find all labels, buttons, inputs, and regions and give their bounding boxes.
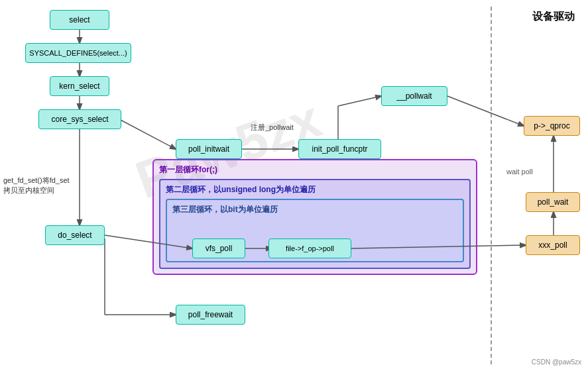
box-kern-select: kern_select [50, 76, 109, 96]
annotation-zhu-pollwait: 注册_pollwait [251, 123, 294, 132]
box-poll-wait: poll_wait [526, 192, 580, 212]
box-syscall: SYSCALL_DEFINE5(select...) [25, 43, 131, 63]
box-poll-freewait: poll_freewait [176, 305, 245, 325]
svg-line-4 [119, 119, 176, 149]
svg-line-8 [447, 96, 524, 126]
annotation-wait-poll: wait poll [506, 168, 533, 176]
loop-middle-label: 第二层循环，以unsigned long为单位遍历 [166, 184, 316, 195]
loop-outer-label: 第一层循环for(;) [159, 164, 217, 176]
svg-line-7 [338, 96, 381, 106]
page-title: 设备驱动 [532, 10, 575, 24]
box-do-select: do_select [45, 225, 105, 245]
loop-inner-label: 第三层循环，以bit为单位遍历 [172, 204, 278, 215]
box-xxx-poll: xxx_poll [526, 235, 580, 255]
box-pollwait: __pollwait [381, 86, 447, 106]
box-p-qproc: p->_qproc [524, 116, 580, 136]
divider [491, 7, 492, 364]
box-init-poll-funcptr: init_poll_funcptr [298, 139, 381, 159]
box-file-fop-poll: file->f_op->poll [268, 238, 351, 258]
box-core-sys-select: core_sys_select [38, 109, 121, 129]
box-select: select [50, 10, 109, 30]
box-poll-initwait: poll_initwait [176, 139, 242, 159]
main-container: Paw5zx 设备驱动 第一层循环for(;) 第二层循环，以unsigned … [0, 0, 588, 371]
annotation-get-fd-set: get_fd_set()将fd_set拷贝至内核空间 [3, 176, 70, 196]
footer: CSDN @paw5zx [532, 358, 581, 366]
box-vfs-poll: vfs_poll [192, 238, 245, 258]
